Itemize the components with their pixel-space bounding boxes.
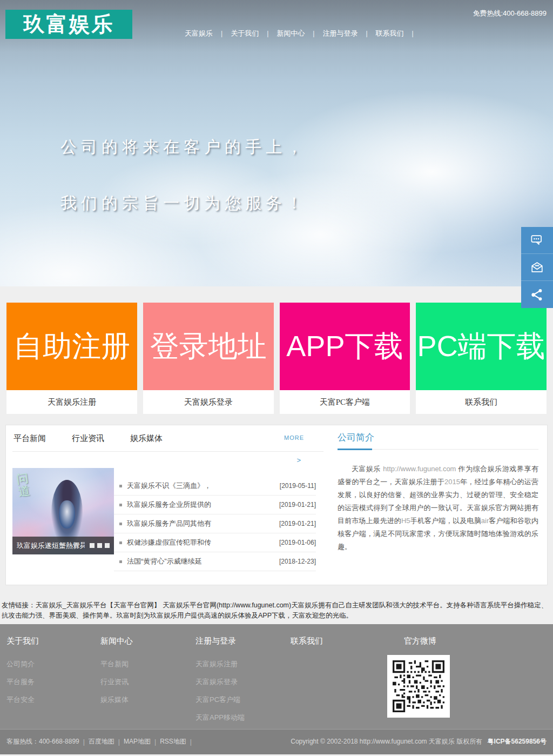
quick-link-caption: 联系我们 <box>416 390 547 414</box>
bottom-bar-left: 客服热线：400-668-8899 | 百度地图 | MAP地图 | RSS地图… <box>6 737 195 746</box>
footer-link-platform-safety[interactable]: 平台安全 <box>6 695 100 705</box>
news-tabs-row: 平台新闻 行业资讯 娱乐媒体 MORE <box>12 425 323 452</box>
quick-link-app-download[interactable]: APP下载 天富PC客户端 <box>280 303 410 414</box>
carousel-game-logo: 问道 <box>16 471 33 498</box>
bullet-icon <box>119 560 122 563</box>
news-item-date: [2019-01-21] <box>279 520 316 527</box>
nav-item-register-login[interactable]: 注册与登录 <box>322 29 358 38</box>
main-nav: 天富娱乐 | 关于我们 | 新闻中心 | 注册与登录 | 联系我们 | <box>185 29 422 38</box>
icp-number[interactable]: 粤ICP备56259856号 <box>488 738 547 745</box>
quick-link-caption: 天富娱乐登录 <box>143 390 274 414</box>
news-list-item[interactable]: 权健涉嫌虚假宣传犯罪和传 [2019-01-06] <box>114 533 316 552</box>
footer-col-title: 新闻中心 <box>100 636 195 646</box>
footer-link-app-mobile[interactable]: 天富APP移动端 <box>195 713 291 722</box>
footer-col-title: 关于我们 <box>6 636 100 646</box>
about-text: 手机客户端，以及电脑 <box>410 517 481 525</box>
footer-col-weibo: 官方微博 <box>401 636 547 729</box>
footer-link-register[interactable]: 天富娱乐注册 <box>195 659 291 669</box>
about-year: 2015 <box>444 478 460 486</box>
bullet-icon <box>119 523 122 525</box>
footer-col-about: 关于我们 公司简介 平台服务 平台安全 <box>6 636 100 729</box>
baidu-map-link[interactable]: 百度地图 <box>89 737 114 746</box>
site-logo[interactable]: 玖富娱乐 <box>5 10 132 39</box>
about-url: http://www.fugunet.com <box>383 465 456 473</box>
footer-link-company-intro[interactable]: 公司简介 <box>6 659 100 669</box>
chat-button[interactable] <box>521 227 553 254</box>
share-button[interactable] <box>521 281 553 308</box>
news-item-title: 玖富娱乐服务企业所提供的 <box>127 500 279 510</box>
service-hotline: 客服热线：400-668-8899 <box>6 737 79 746</box>
footer-col-title: 联系我们 <box>291 636 401 646</box>
news-list-item[interactable]: 玖富娱乐服务企业所提供的 [2019-01-21] <box>114 496 316 514</box>
separator: | <box>190 738 192 746</box>
footer-link-login[interactable]: 天富娱乐登录 <box>195 677 291 687</box>
about-title: 公司简介 <box>338 431 374 444</box>
quick-link-title: PC端下载 <box>416 303 547 390</box>
about-title-underline <box>338 449 372 450</box>
quick-link-caption: 天富娱乐注册 <box>6 390 137 414</box>
news-item-title: 天富娱乐不识《三滴血》， <box>127 481 280 491</box>
news-item-date: [2019-01-06] <box>279 539 316 546</box>
footer-link-platform-service[interactable]: 平台服务 <box>6 677 100 687</box>
carousel-caption-text: 玖富娱乐遂烜蟹熱釁曻 <box>17 541 85 551</box>
site-footer: 关于我们 公司简介 平台服务 平台安全 新闻中心 平台新闻 行业资讯 娱乐媒体 … <box>0 624 553 729</box>
separator: | <box>83 738 85 746</box>
carousel-dot[interactable] <box>97 543 102 548</box>
news-item-date: [2018-12-23] <box>279 558 316 565</box>
quick-link-pc-download[interactable]: PC端下载 联系我们 <box>416 303 547 414</box>
chat-icon <box>530 233 544 247</box>
nav-item-news[interactable]: 新闻中心 <box>276 29 305 38</box>
more-arrow[interactable]: > <box>12 452 323 466</box>
nav-item-contact[interactable]: 联系我们 <box>376 29 404 38</box>
news-content: 问道 玖富娱乐遂烜蟹熱釁曻 天富娱乐不识《三滴血》， [2019-05-11] <box>12 466 323 571</box>
nav-item-about[interactable]: 关于我们 <box>231 29 259 38</box>
more-link[interactable]: MORE <box>284 434 304 441</box>
rss-map-link[interactable]: RSS地图 <box>160 737 186 746</box>
map-link[interactable]: MAP地图 <box>124 737 151 746</box>
quick-link-title: APP下载 <box>280 303 410 390</box>
nav-separator: | <box>366 30 367 37</box>
copyright-text: Copyright © 2002-2018 http://www.fugunet… <box>291 738 482 745</box>
carousel-dots <box>90 543 110 548</box>
footer-link-pc-client[interactable]: 天富PC客户端 <box>195 695 291 705</box>
news-carousel-image[interactable]: 问道 玖富娱乐遂烜蟹熱釁曻 <box>12 468 114 554</box>
friend-links: 友情链接：天富娱乐_天富娱乐平台【天富平台官网】 天富娱乐平台官网(http:/… <box>0 585 553 624</box>
nav-separator: | <box>412 30 414 37</box>
carousel-dot[interactable] <box>90 543 95 548</box>
tab-industry-info[interactable]: 行业资讯 <box>71 433 105 444</box>
news-list-item[interactable]: 玖富娱乐服务产品同其他有 [2019-01-21] <box>114 514 316 533</box>
weibo-qr-code <box>387 655 450 718</box>
bullet-icon <box>119 485 122 487</box>
nav-item-home[interactable]: 天富娱乐 <box>185 29 213 38</box>
quick-link-login-address[interactable]: 登录地址 天富娱乐登录 <box>143 303 274 414</box>
footer-col-register: 注册与登录 天富娱乐注册 天富娱乐登录 天富PC客户端 天富APP移动端 <box>195 636 291 729</box>
friend-links-text[interactable]: 天富娱乐_天富娱乐平台【天富平台官网】 天富娱乐平台官网(http://www.… <box>2 601 548 619</box>
footer-col-contact: 联系我们 <box>291 636 401 729</box>
footer-link-industry-info[interactable]: 行业资讯 <box>100 677 195 687</box>
about-title-row: 公司简介 <box>338 425 538 450</box>
tab-entertainment-media[interactable]: 娱乐媒体 <box>129 433 164 444</box>
news-list-item[interactable]: 天富娱乐不识《三滴血》， [2019-05-11] <box>114 477 316 496</box>
separator: | <box>118 738 120 746</box>
news-item-title: 玖富娱乐服务产品同其他有 <box>127 519 279 528</box>
carousel-dot[interactable] <box>105 543 110 548</box>
share-icon <box>530 287 544 302</box>
footer-col-news: 新闻中心 平台新闻 行业资讯 娱乐媒体 <box>100 636 195 729</box>
side-button-stack <box>521 227 553 308</box>
news-item-date: [2019-01-21] <box>279 501 316 509</box>
tab-platform-news[interactable]: 平台新闻 <box>12 433 47 444</box>
about-column: 公司简介 天富娱乐 http://www.fugunet.com 作为综合娱乐游… <box>323 425 547 585</box>
footer-link-entertainment-media[interactable]: 娱乐媒体 <box>100 695 195 705</box>
carousel-caption-bar: 玖富娱乐遂烜蟹熱釁曻 <box>12 537 114 554</box>
weibo-title: 官方微博 <box>401 636 547 646</box>
carousel-figure-accent <box>59 500 75 528</box>
mail-button[interactable] <box>521 254 553 281</box>
news-item-title: 法国“黄背心”示威继续延 <box>127 557 279 566</box>
footer-link-platform-news[interactable]: 平台新闻 <box>100 659 195 669</box>
news-item-title: 权健涉嫌虚假宣传犯罪和传 <box>127 538 279 547</box>
separator: | <box>154 738 156 746</box>
news-list-item[interactable]: 法国“黄背心”示威继续延 [2018-12-23] <box>114 552 316 571</box>
quick-link-self-register[interactable]: 自助注册 天富娱乐注册 <box>6 303 137 414</box>
bullet-icon <box>119 541 122 544</box>
quick-link-title: 自助注册 <box>6 303 137 390</box>
